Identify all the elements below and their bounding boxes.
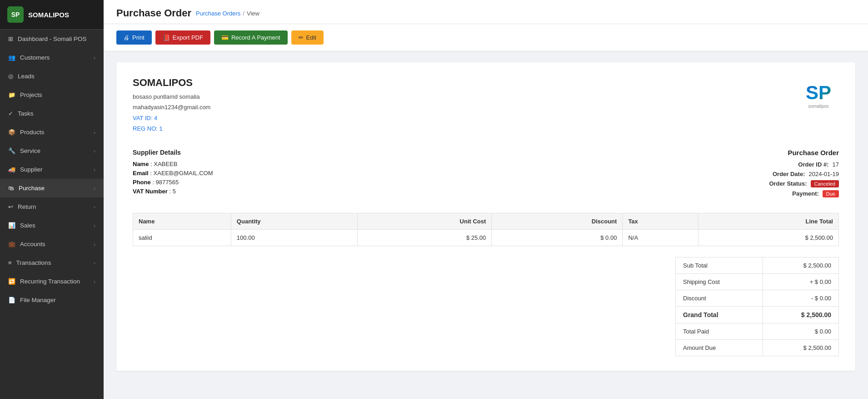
- breadcrumb-separator: /: [243, 10, 244, 17]
- item-discount: $ 0.00: [492, 229, 623, 246]
- breadcrumb: Purchase Orders / View: [196, 10, 259, 17]
- order-id-value: 17: [833, 161, 839, 168]
- shipping-row: Shipping Cost + $ 0.00: [676, 273, 839, 290]
- main-header: Purchase Order Purchase Orders / View: [104, 0, 868, 24]
- sidebar-item-label: Leads: [18, 73, 35, 80]
- sidebar-item-label: Accounts: [20, 241, 45, 247]
- record-payment-button[interactable]: 💳 Record A Payment: [214, 30, 288, 45]
- sidebar-item-service[interactable]: 🔧 Service ›: [0, 141, 104, 160]
- order-status-label: Order Status:: [769, 180, 807, 187]
- sidebar-item-transactions[interactable]: ≡ Transactions ›: [0, 253, 104, 272]
- sidebar-item-label: Service: [20, 147, 40, 154]
- sidebar-item-label: Dashboard - Somali POS: [18, 35, 87, 42]
- col-line-total: Line Total: [698, 213, 839, 229]
- page-title: Purchase Order: [116, 7, 191, 19]
- order-date-value: 2024-01-19: [809, 171, 839, 177]
- sidebar-item-tasks[interactable]: ✓ Tasks: [0, 104, 104, 123]
- supplier-vat-row: VAT Number : 5: [133, 188, 213, 195]
- document-area: SOMALIPOS bosaso puntlamd somalia mahady…: [116, 62, 855, 371]
- sp-logo-text: SP: [806, 82, 831, 104]
- sidebar-item-accounts[interactable]: 💼 Accounts ›: [0, 235, 104, 253]
- company-reg: REG NO: 1: [133, 123, 210, 134]
- sidebar-item-label: Transactions: [16, 259, 51, 266]
- target-icon: ◎: [8, 73, 13, 80]
- payment-badge: Due: [823, 190, 839, 197]
- toolbar: 🖨 Print 📕 Export PDF 💳 Record A Payment …: [104, 24, 868, 51]
- table-row: saliid 100.00 $ 25.00 $ 0.00 N/A $ 2,500…: [133, 229, 839, 246]
- totals-section: Sub Total $ 2,500.00 Shipping Cost + $ 0…: [133, 257, 839, 356]
- chevron-right-icon: ›: [94, 242, 95, 247]
- grid-icon: ⊞: [8, 35, 13, 42]
- print-button[interactable]: 🖨 Print: [116, 30, 152, 45]
- order-id-label: Order ID #:: [798, 161, 828, 168]
- totals-table: Sub Total $ 2,500.00 Shipping Cost + $ 0…: [675, 257, 839, 356]
- edit-button[interactable]: ✏ Edit: [291, 30, 324, 45]
- sidebar-item-dashboard[interactable]: ⊞ Dashboard - Somali POS: [0, 30, 104, 48]
- sidebar-logo: SP SOMALIPOS: [0, 0, 104, 30]
- company-address: bosaso puntlamd somalia: [133, 91, 210, 102]
- supplier-section: Supplier Details Name : XABEEB Email : X…: [133, 149, 213, 200]
- breadcrumb-parent[interactable]: Purchase Orders: [196, 10, 240, 17]
- chevron-right-icon: ›: [94, 130, 95, 135]
- shipping-label: Shipping Cost: [676, 273, 763, 290]
- sidebar-item-leads[interactable]: ◎ Leads: [0, 67, 104, 86]
- sidebar-item-purchase[interactable]: 🛍 Purchase ›: [0, 179, 104, 197]
- sidebar-item-file-manager[interactable]: 📄 File Manager: [0, 291, 104, 309]
- sidebar-item-label: Products: [20, 129, 44, 136]
- sp-logo: SP somalipos: [798, 77, 839, 113]
- box-icon: 📦: [8, 129, 15, 136]
- item-quantity: 100.00: [231, 229, 357, 246]
- supplier-vat-value: 5: [173, 188, 176, 195]
- sidebar-item-products[interactable]: 📦 Products ›: [0, 123, 104, 141]
- chevron-right-icon: ›: [94, 279, 95, 284]
- shipping-value: + $ 0.00: [763, 273, 838, 290]
- order-date-label: Order Date:: [773, 171, 805, 177]
- amount-due-row: Amount Due $ 2,500.00: [676, 339, 839, 356]
- chevron-right-icon: ›: [94, 260, 95, 266]
- supplier-title: Supplier Details: [133, 149, 213, 156]
- sidebar-item-return[interactable]: ↩ Return ›: [0, 197, 104, 216]
- total-paid-label: Total Paid: [676, 323, 763, 339]
- supplier-email-row: Email : XAEEB@GMAIL.COM: [133, 170, 213, 177]
- chevron-right-icon: ›: [94, 223, 95, 228]
- grand-total-value: $ 2,500.00: [763, 306, 838, 323]
- amount-due-value: $ 2,500.00: [763, 339, 838, 356]
- total-paid-value: $ 0.00: [763, 323, 838, 339]
- sidebar-item-customers[interactable]: 👥 Customers ›: [0, 48, 104, 67]
- order-info-title: Purchase Order: [769, 149, 839, 157]
- chevron-right-icon: ›: [94, 167, 95, 172]
- supplier-email-value: XAEEB@GMAIL.COM: [154, 170, 213, 177]
- check-icon: ✓: [8, 110, 13, 117]
- sidebar-item-label: File Manager: [20, 297, 56, 303]
- payment-icon: 💳: [221, 34, 229, 41]
- grand-total-label: Grand Total: [676, 306, 763, 323]
- discount-value: - $ 0.00: [763, 290, 838, 306]
- export-pdf-button[interactable]: 📕 Export PDF: [155, 30, 210, 45]
- chevron-right-icon: ›: [94, 204, 95, 210]
- users-icon: 👥: [8, 54, 15, 61]
- items-table: Name Quantity Unit Cost Discount Tax Lin…: [133, 213, 839, 246]
- return-icon: ↩: [8, 203, 13, 210]
- chevron-right-icon: ›: [94, 148, 95, 154]
- order-date-row: Order Date: 2024-01-19: [769, 171, 839, 177]
- sidebar-item-label: Customers: [20, 54, 50, 61]
- doc-details-row: Supplier Details Name : XABEEB Email : X…: [133, 149, 839, 200]
- edit-icon: ✏: [299, 34, 304, 41]
- supplier-phone-value: 9877565: [156, 179, 179, 186]
- payment-row: Payment: Due: [769, 190, 839, 197]
- col-discount: Discount: [492, 213, 623, 229]
- order-status-row: Order Status: Canceled: [769, 180, 839, 187]
- logo-icon: SP: [7, 6, 24, 23]
- order-info-section: Purchase Order Order ID #: 17 Order Date…: [769, 149, 839, 200]
- sidebar-item-recurring[interactable]: 🔁 Recurring Transaction ›: [0, 272, 104, 291]
- truck-icon: 🚚: [8, 166, 15, 173]
- sidebar-item-supplier[interactable]: 🚚 Supplier ›: [0, 160, 104, 179]
- order-id-row: Order ID #: 17: [769, 161, 839, 168]
- repeat-icon: 🔁: [8, 278, 15, 285]
- bag-icon: 🛍: [8, 185, 14, 192]
- folder-icon: 📁: [8, 91, 15, 98]
- sidebar-item-sales[interactable]: 📊 Sales ›: [0, 216, 104, 235]
- col-name: Name: [133, 213, 231, 229]
- item-unit-cost: $ 25.00: [357, 229, 492, 246]
- sidebar-item-projects[interactable]: 📁 Projects: [0, 86, 104, 104]
